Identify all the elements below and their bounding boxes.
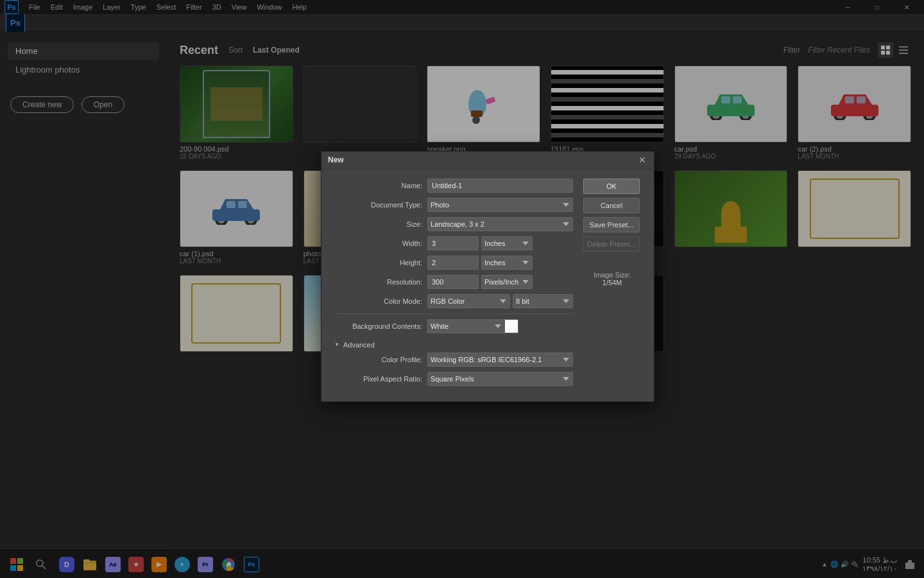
size-select[interactable]: Landscape, 3 x 2	[427, 217, 573, 231]
doc-type-row: Document Type: Photo	[334, 198, 573, 212]
bg-color-swatch[interactable]	[504, 319, 518, 333]
name-label: Name:	[334, 182, 427, 189]
image-size-value: 1/54M	[583, 279, 641, 286]
width-unit-select[interactable]: Inches Pixels Centimeters	[481, 236, 533, 250]
resolution-input[interactable]	[427, 275, 479, 289]
modal-actions: OK Cancel Save Preset... Delete Preset..…	[583, 179, 641, 391]
name-row: Name:	[334, 179, 573, 193]
pixel-aspect-select[interactable]: Square Pixels	[427, 372, 573, 386]
advanced-toggle[interactable]: Advanced	[334, 338, 573, 353]
size-label: Size:	[334, 220, 427, 228]
color-mode-select[interactable]: RGB Color CMYK Color Grayscale	[427, 294, 510, 308]
color-profile-row: Color Profile: Working RGB: sRGB IEC6196…	[334, 353, 573, 367]
height-label: Height:	[334, 259, 427, 267]
color-profile-label: Color Profile:	[334, 356, 427, 363]
color-bit-select[interactable]: 8 bit 16 bit 32 bit	[513, 294, 573, 308]
modal-body: Name: Document Type: Photo Size: Landsca…	[321, 170, 654, 391]
modal-close-button[interactable]: ✕	[637, 155, 647, 165]
width-input[interactable]	[427, 236, 479, 250]
height-unit-select[interactable]: Inches Pixels	[481, 256, 533, 270]
modal-titlebar: New ✕	[321, 152, 654, 170]
width-row: Width: Inches Pixels Centimeters	[334, 236, 573, 250]
color-profile-select[interactable]: Working RGB: sRGB IEC61966-2.1	[427, 353, 573, 367]
resolution-row: Resolution: Pixels/Inch Pixels/Cm	[334, 275, 573, 289]
image-size-info: Image Size: 1/54M	[583, 266, 641, 286]
height-row: Height: Inches Pixels	[334, 256, 573, 270]
save-preset-button[interactable]: Save Preset...	[583, 217, 640, 232]
doc-type-select[interactable]: Photo	[427, 198, 573, 212]
bg-contents-row: Background Contents: White Background Co…	[334, 319, 573, 333]
doc-type-label: Document Type:	[334, 201, 427, 209]
ok-button[interactable]: OK	[583, 179, 640, 194]
color-mode-label: Color Mode:	[334, 297, 427, 305]
name-input[interactable]	[427, 179, 573, 193]
modal-title: New	[328, 155, 344, 164]
resolution-label: Resolution:	[334, 278, 427, 286]
cancel-button[interactable]: Cancel	[583, 198, 640, 213]
pixel-aspect-label: Pixel Aspect Ratio:	[334, 375, 427, 383]
advanced-section: Advanced Color Profile: Working RGB: sRG…	[334, 338, 573, 386]
resolution-unit-select[interactable]: Pixels/Inch Pixels/Cm	[481, 275, 533, 289]
bg-contents-label: Background Contents:	[334, 322, 427, 330]
modal-fields: Name: Document Type: Photo Size: Landsca…	[334, 179, 573, 391]
modal-overlay: New ✕ Name: Document Type: Photo	[0, 0, 924, 578]
height-input[interactable]	[427, 256, 479, 270]
color-mode-row: Color Mode: RGB Color CMYK Color Graysca…	[334, 294, 573, 308]
new-document-modal: New ✕ Name: Document Type: Photo	[321, 151, 654, 402]
image-size-label: Image Size:	[583, 271, 641, 279]
pixel-aspect-row: Pixel Aspect Ratio: Square Pixels	[334, 372, 573, 386]
size-row: Size: Landscape, 3 x 2	[334, 217, 573, 231]
width-label: Width:	[334, 240, 427, 247]
delete-preset-button: Delete Preset...	[583, 236, 640, 252]
bg-contents-select[interactable]: White Background Color Transparent	[427, 319, 504, 333]
